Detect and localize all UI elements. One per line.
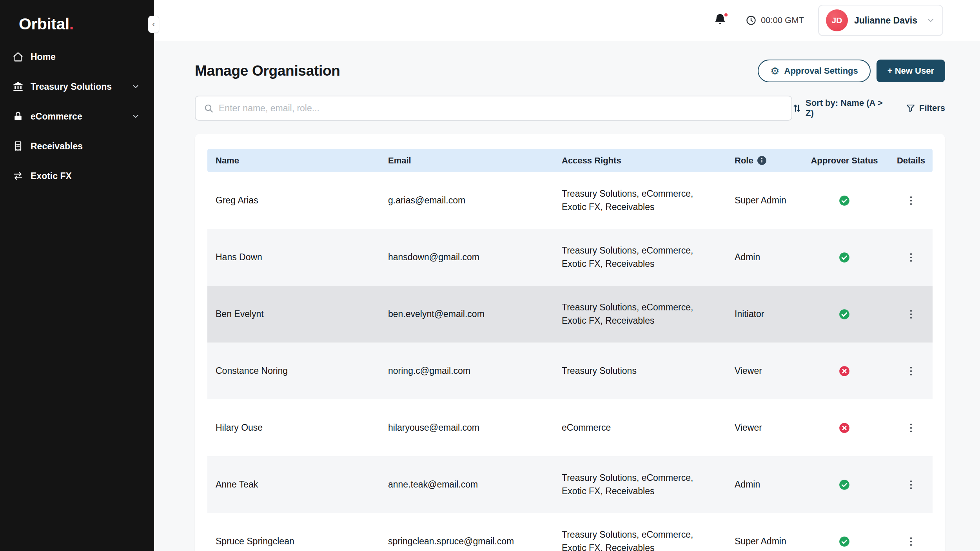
cell-name: Spruce Springclean — [207, 536, 380, 547]
chevron-down-icon — [131, 112, 140, 121]
new-user-button[interactable]: + New User — [877, 60, 945, 82]
table-row[interactable]: Spruce Springclean springclean.spruce@gm… — [207, 513, 933, 551]
cell-name: Hans Down — [207, 252, 380, 263]
cell-access-rights: eCommerce — [554, 421, 726, 434]
home-icon — [13, 51, 24, 62]
cell-email: noring.c@gmail.com — [380, 366, 554, 376]
cell-approver-status — [799, 479, 889, 490]
cell-details — [889, 532, 933, 551]
notifications-bell-icon[interactable] — [713, 13, 728, 28]
cell-access-rights: Treasury Solutions — [554, 364, 726, 377]
table-row[interactable]: Ben Evelynt ben.evelynt@email.com Treasu… — [207, 286, 933, 343]
sidebar-item-label: eCommerce — [31, 111, 82, 122]
row-actions-kebab-button[interactable] — [902, 362, 920, 381]
sidebar-item-treasury-solutions[interactable]: Treasury Solutions — [0, 72, 154, 102]
row-actions-kebab-button[interactable] — [902, 191, 920, 210]
page-title: Manage Organisation — [195, 63, 340, 79]
cell-access-rights: Treasury Solutions, eCommerce, Exotic FX… — [554, 187, 726, 214]
cell-approver-status — [799, 195, 889, 206]
cell-details — [889, 475, 933, 494]
cell-name: Anne Teak — [207, 479, 380, 490]
search-icon — [203, 103, 214, 113]
brand-accent-dot: . — [69, 15, 74, 33]
table-row[interactable]: Anne Teak anne.teak@email.com Treasury S… — [207, 456, 933, 513]
content-column: 00:00 GMT JD Julianne Davis Manage Organ… — [154, 0, 980, 551]
cell-name: Hilary Ouse — [207, 422, 380, 433]
user-menu[interactable]: JD Julianne Davis — [818, 5, 943, 36]
cell-approver-status — [799, 252, 889, 263]
user-name: Julianne Davis — [854, 15, 917, 26]
filters-control[interactable]: Filters — [906, 103, 945, 113]
role-info-icon[interactable] — [757, 156, 767, 165]
column-header-details: Details — [889, 156, 933, 166]
bank-icon — [13, 81, 24, 92]
cell-name: Constance Noring — [207, 366, 380, 376]
sort-label: Sort by: Name (A > Z) — [806, 98, 889, 118]
chevron-down-icon — [131, 82, 140, 91]
table-row[interactable]: Greg Arias g.arias@email.com Treasury So… — [207, 172, 933, 229]
cell-role: Super Admin — [726, 536, 799, 547]
rejected-icon — [839, 422, 850, 433]
approved-icon — [839, 536, 850, 547]
column-header-access-rights: Access Rights — [554, 156, 726, 166]
rejected-icon — [839, 366, 850, 377]
row-actions-kebab-button[interactable] — [902, 305, 920, 324]
clock-icon — [746, 15, 757, 26]
brand-name: Orbital — [19, 15, 69, 33]
table-row[interactable]: Hilary Ouse hilaryouse@email.com eCommer… — [207, 399, 933, 456]
sort-arrows-icon — [792, 103, 802, 113]
sidebar-item-label: Exotic FX — [31, 171, 72, 181]
search-input[interactable] — [219, 103, 784, 114]
table-header-row: Name Email Access Rights Role Approver S… — [207, 149, 933, 172]
column-header-approver-status: Approver Status — [799, 156, 889, 166]
sidebar-item-home[interactable]: Home — [0, 42, 154, 72]
cell-access-rights: Treasury Solutions, eCommerce, Exotic FX… — [554, 244, 726, 270]
clock-display: 00:00 GMT — [746, 15, 804, 26]
row-actions-kebab-button[interactable] — [902, 532, 920, 551]
cell-details — [889, 248, 933, 267]
table-row[interactable]: Constance Noring noring.c@gmail.com Trea… — [207, 343, 933, 399]
approval-settings-label: Approval Settings — [784, 66, 858, 76]
row-actions-kebab-button[interactable] — [902, 248, 920, 267]
filters-label: Filters — [919, 103, 945, 113]
sidebar: Orbital. Home Treasury Solutions eCommer… — [0, 0, 154, 551]
approval-settings-button[interactable]: ⚙ Approval Settings — [758, 60, 871, 82]
sidebar-item-label: Receivables — [31, 141, 83, 152]
cell-details — [889, 362, 933, 381]
cell-details — [889, 305, 933, 324]
gear-icon: ⚙ — [770, 66, 779, 76]
cell-email: springclean.spruce@gmail.com — [380, 536, 554, 547]
sidebar-item-exotic-fx[interactable]: Exotic FX — [0, 161, 154, 191]
cell-role: Viewer — [726, 422, 799, 433]
users-table-card: Name Email Access Rights Role Approver S… — [195, 134, 945, 551]
cell-details — [889, 191, 933, 210]
sidebar-nav: Home Treasury Solutions eCommerce — [0, 42, 154, 191]
cell-email: anne.teak@email.com — [380, 479, 554, 490]
table-row[interactable]: Hans Down hansdown@gmail.com Treasury So… — [207, 229, 933, 286]
header-actions: ⚙ Approval Settings + New User — [758, 60, 945, 82]
cell-role: Admin — [726, 479, 799, 490]
new-user-label: + New User — [887, 66, 934, 76]
approved-icon — [839, 252, 850, 263]
cell-access-rights: Treasury Solutions, eCommerce, Exotic FX… — [554, 471, 726, 498]
sort-control[interactable]: Sort by: Name (A > Z) — [792, 98, 889, 118]
approved-icon — [839, 195, 850, 206]
sidebar-collapse-button[interactable]: ‹ — [148, 16, 159, 33]
column-header-email: Email — [380, 156, 554, 166]
cell-approver-status — [799, 422, 889, 433]
notification-dot — [724, 13, 728, 17]
row-actions-kebab-button[interactable] — [902, 419, 920, 437]
cell-role: Viewer — [726, 366, 799, 376]
lock-icon — [13, 111, 24, 122]
cell-email: ben.evelynt@email.com — [380, 309, 554, 319]
sidebar-item-receivables[interactable]: Receivables — [0, 131, 154, 161]
row-actions-kebab-button[interactable] — [902, 475, 920, 494]
list-controls: Sort by: Name (A > Z) Filters — [792, 98, 945, 118]
table-body: Greg Arias g.arias@email.com Treasury So… — [207, 172, 933, 551]
sidebar-item-ecommerce[interactable]: eCommerce — [0, 102, 154, 131]
approved-icon — [839, 479, 850, 490]
filter-funnel-icon — [906, 103, 915, 113]
approved-icon — [839, 309, 850, 320]
swap-arrows-icon — [13, 170, 24, 181]
cell-email: g.arias@email.com — [380, 195, 554, 206]
